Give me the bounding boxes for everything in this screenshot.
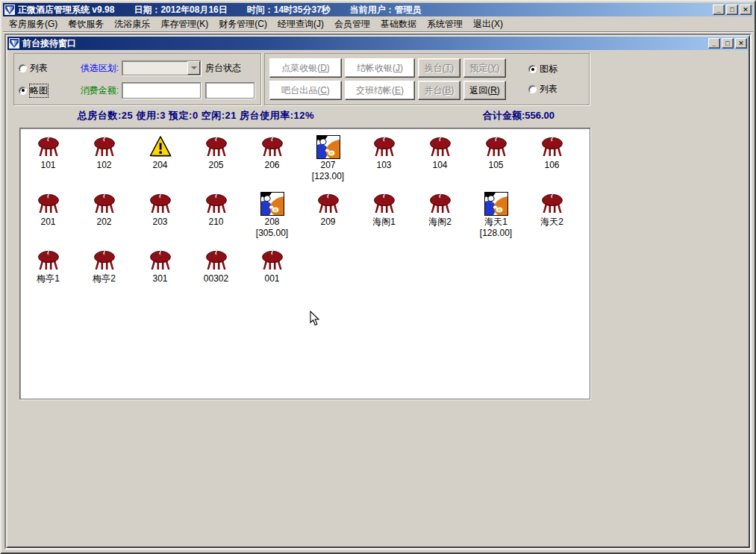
table-grid: 101102204205206207[123.00]10310410510620… bbox=[20, 128, 590, 305]
menu-item-8[interactable]: 系统管理 bbox=[422, 16, 468, 32]
view-mode-radio-icon[interactable]: 图标 bbox=[528, 63, 557, 75]
table-item[interactable]: 210 bbox=[188, 192, 244, 249]
child-maximize-icon[interactable]: □ bbox=[722, 38, 734, 49]
table-item[interactable]: 202 bbox=[76, 192, 132, 249]
action-button-grid: 点菜收银(D)结帐收银(J)换台(T)预定(Y)吧台出品(C)交班结帐(E)并台… bbox=[269, 58, 506, 100]
table-label: 206 bbox=[264, 160, 279, 171]
minimize-icon[interactable]: _ bbox=[713, 4, 725, 15]
table-label: 海阁1 bbox=[372, 217, 396, 228]
round-table-icon bbox=[204, 192, 228, 216]
table-item[interactable]: 203 bbox=[132, 192, 188, 249]
table-item[interactable]: 00302 bbox=[188, 249, 244, 305]
table-item[interactable]: 海阁2 bbox=[412, 192, 468, 249]
table-label: 00302 bbox=[204, 273, 228, 284]
view-mode-radio-list[interactable]: 列表 bbox=[528, 83, 557, 96]
table-item[interactable]: 001 bbox=[244, 249, 300, 305]
table-item[interactable]: 梅亭1 bbox=[20, 249, 76, 305]
app-icon bbox=[4, 4, 15, 15]
table-item[interactable]: 101 bbox=[20, 135, 76, 192]
table-item[interactable]: 105 bbox=[468, 135, 524, 192]
area-label: 供选区划: bbox=[63, 62, 119, 75]
radio-dot-icon bbox=[528, 85, 537, 93]
round-table-icon bbox=[93, 192, 116, 216]
close-icon[interactable]: ✕ bbox=[740, 4, 752, 15]
table-item[interactable]: 201 bbox=[20, 192, 76, 249]
table-icon-panel: 101102204205206207[123.00]10310410510620… bbox=[19, 128, 590, 399]
round-table-icon bbox=[260, 249, 284, 273]
action-button-0[interactable]: 点菜收银(D) bbox=[269, 58, 342, 78]
amount-input[interactable] bbox=[122, 82, 201, 99]
child-close-icon[interactable]: ✕ bbox=[735, 38, 747, 49]
status-line: 总房台数:25 使用:3 预定:0 空闲:21 房台使用率:12% 合计金额:5… bbox=[13, 108, 743, 123]
menu-item-6[interactable]: 会员管理 bbox=[329, 16, 375, 32]
view-radio-thumbnail-label: 略图 bbox=[30, 84, 48, 97]
table-label: 201 bbox=[40, 217, 55, 228]
table-item[interactable]: 209 bbox=[300, 192, 356, 249]
table-item[interactable]: 204 bbox=[132, 135, 188, 192]
child-minimize-icon[interactable]: _ bbox=[708, 38, 720, 49]
table-label: 301 bbox=[152, 273, 167, 284]
table-item[interactable]: 海天2 bbox=[524, 192, 580, 249]
action-button-6[interactable]: 并台(B) bbox=[418, 81, 460, 100]
child-window-body: 列表 供选区划: 房台状态 略图 消费金额: bbox=[7, 50, 749, 547]
table-status-input[interactable] bbox=[205, 82, 254, 99]
maximize-icon[interactable]: □ bbox=[726, 4, 738, 15]
table-item[interactable]: 205 bbox=[188, 135, 244, 192]
round-table-icon bbox=[204, 135, 228, 159]
action-button-4[interactable]: 吧台出品(C) bbox=[269, 81, 342, 100]
amount-label: 消费金额: bbox=[63, 84, 119, 97]
menu-item-0[interactable]: 客房服务(G) bbox=[4, 16, 63, 32]
table-label: 001 bbox=[264, 273, 279, 284]
round-table-icon bbox=[93, 135, 116, 159]
round-table-icon bbox=[260, 135, 284, 159]
table-label: 105 bbox=[488, 160, 503, 171]
area-select[interactable] bbox=[122, 60, 201, 75]
child-title-bar: 前台接待窗口 _ □ ✕ bbox=[7, 37, 749, 50]
date-label: 日期：2012年08月16日 bbox=[134, 4, 227, 16]
action-button-1[interactable]: 结帐收银(J) bbox=[345, 58, 415, 78]
action-button-2[interactable]: 换台(T) bbox=[418, 58, 460, 78]
action-button-7[interactable]: 返回(R) bbox=[463, 81, 506, 100]
menu-item-4[interactable]: 财务管理(C) bbox=[213, 16, 272, 32]
round-table-icon bbox=[37, 192, 60, 216]
action-button-3[interactable]: 预定(Y) bbox=[463, 58, 506, 78]
table-item[interactable]: 301 bbox=[132, 249, 188, 305]
round-table-icon bbox=[316, 192, 340, 216]
table-item[interactable]: 206 bbox=[244, 135, 300, 192]
table-item[interactable]: 海阁1 bbox=[356, 192, 412, 249]
menu-item-3[interactable]: 库存管理(K) bbox=[155, 16, 213, 32]
table-item[interactable]: 104 bbox=[412, 135, 468, 192]
table-label: 海天2 bbox=[540, 217, 563, 228]
table-item[interactable]: 207[123.00] bbox=[300, 135, 356, 192]
round-table-icon bbox=[37, 135, 60, 159]
table-item[interactable]: 208[305.00] bbox=[244, 192, 300, 249]
table-item[interactable]: 梅亭2 bbox=[76, 249, 132, 305]
table-label: 106 bbox=[544, 160, 559, 171]
menu-item-7[interactable]: 基础数据 bbox=[375, 16, 422, 32]
menu-item-9[interactable]: 退出(X) bbox=[468, 16, 508, 32]
time-label: 时间：14时35分37秒 bbox=[247, 4, 331, 16]
table-label: 202 bbox=[96, 217, 111, 228]
view-radio-thumbnail[interactable]: 略图 bbox=[19, 84, 60, 97]
round-table-icon bbox=[93, 249, 116, 273]
control-panel-row: 列表 供选区划: 房台状态 略图 消费金额: bbox=[13, 53, 590, 105]
view-radio-list[interactable]: 列表 bbox=[19, 62, 60, 75]
action-button-5[interactable]: 交班结帐(E) bbox=[345, 81, 415, 100]
round-table-icon bbox=[37, 249, 60, 273]
table-label: 梅亭2 bbox=[93, 273, 116, 284]
round-table-icon bbox=[428, 192, 452, 216]
menu-item-1[interactable]: 餐饮服务 bbox=[63, 16, 109, 32]
table-item[interactable]: 106 bbox=[524, 135, 580, 192]
table-item[interactable]: 海天1[128.00] bbox=[468, 192, 524, 249]
radio-dot-icon bbox=[528, 65, 537, 73]
radio-dot-icon bbox=[19, 87, 27, 95]
menu-bar: 客房服务(G)餐饮服务洗浴康乐库存管理(K)财务管理(C)经理查询(J)会员管理… bbox=[3, 16, 753, 32]
action-group: 点菜收银(D)结帐收银(J)换台(T)预定(Y)吧台出品(C)交班结帐(E)并台… bbox=[264, 53, 590, 105]
menu-item-5[interactable]: 经理查询(J) bbox=[272, 16, 329, 32]
menu-item-2[interactable]: 洗浴康乐 bbox=[109, 16, 155, 32]
table-label: 207 bbox=[320, 160, 335, 171]
combo-arrow-button[interactable] bbox=[187, 61, 200, 75]
table-item[interactable]: 102 bbox=[76, 135, 132, 192]
table-label: 101 bbox=[40, 160, 55, 171]
table-item[interactable]: 103 bbox=[356, 135, 412, 192]
